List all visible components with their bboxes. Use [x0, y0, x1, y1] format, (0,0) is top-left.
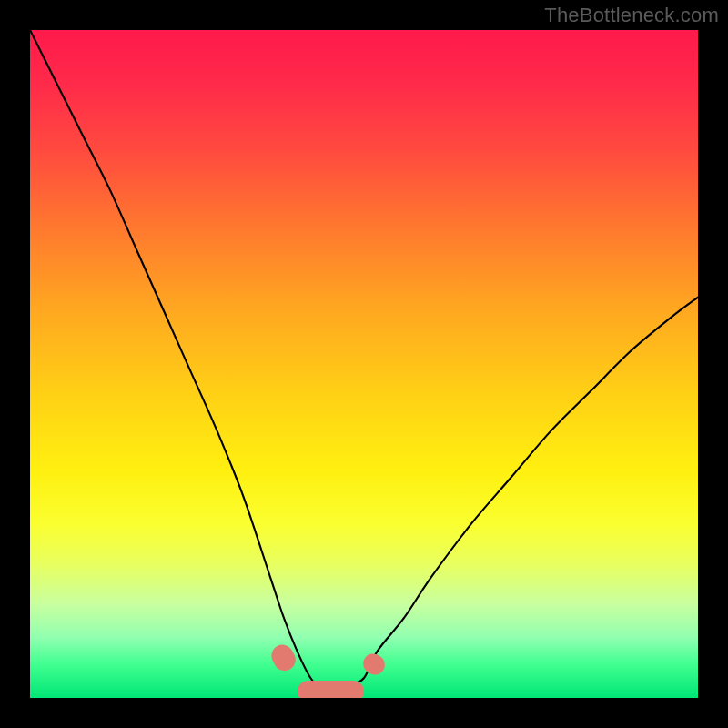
chart-frame: TheBottleneck.com: [0, 0, 728, 728]
watermark-text: TheBottleneck.com: [544, 4, 719, 27]
flat-minimum-marker: [298, 681, 364, 698]
bottleneck-curve: [30, 30, 698, 698]
plot-area: [30, 30, 698, 698]
